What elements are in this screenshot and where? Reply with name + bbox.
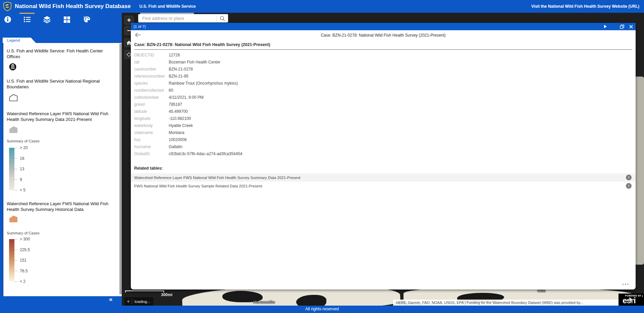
ramp-stop-label: > 20 [14,145,28,150]
legend-item-title: Watershed Reference Layer FWS National W… [7,201,114,212]
apps-grid-icon [63,16,70,23]
next-feature-button[interactable] [604,25,607,29]
title-divider [134,49,632,50]
popup-header[interactable]: (1 of 7) [131,23,636,30]
field-value: Bozeman Fish Health Center [169,59,220,66]
related-tables-list: Watershed Reference Layer FWS National W… [131,173,636,190]
basemap-land-patch [634,77,644,265]
ramp-stop-label: 76.5 [14,269,28,273]
toolbar-button-apps[interactable] [62,15,71,24]
ramp-labels: > 300225.515176.5< 2 [14,239,55,281]
office-point-symbol [9,63,16,71]
toolbar-button-layers[interactable] [43,15,51,24]
ramp-stop-label: 9 [14,177,22,182]
field-row: numbercollected60 [134,87,632,94]
color-ramp-cases-historical: > 300225.515176.5< 2 [9,239,114,281]
boundary-outline-symbol [9,94,18,101]
popup-more-options-button[interactable]: ••• [622,282,630,287]
close-icon [629,25,633,29]
field-label: statename [134,129,169,136]
related-table-row[interactable]: FWS National Wild Fish Health Survey Sam… [131,182,636,190]
ramp-labels: > 2016139< 5 [14,148,55,190]
loading-indicator: loading... [125,298,153,305]
field-value: c92bdc3c-57fb-4dac-a274-ad3fca354454 [169,150,243,158]
field-value: Montana [169,129,184,136]
field-row: labBozeman Fish Health Center [134,59,632,66]
related-table-row[interactable]: Watershed Reference Layer FWS National W… [131,173,636,182]
toolbar-button-info[interactable] [3,15,12,24]
legend-item-title: U.S. Fish and Wildlife Service: Fish Hea… [7,48,114,59]
field-label: hucname [134,143,169,150]
scale-bar [125,290,164,293]
search-box [138,14,228,23]
scrollbar-thumb[interactable] [119,44,122,294]
ramp-tick [14,281,17,282]
field-label: gnisid [134,101,169,108]
map-label-hermosillo: Hermosillo [253,300,275,305]
field-value: 45.499700 [169,108,188,115]
feature-popup: (1 of 7) Case: BZN-21- [131,23,636,289]
ramp-stop-label: < 5 [14,188,25,192]
field-label: referencenumber [134,73,169,80]
rights-footer: All rights reserved [0,306,644,313]
field-row: statenameMontana [134,129,632,136]
scale-label: 300mi [161,293,172,297]
field-row: GlobalIDc92bdc3c-57fb-4dac-a274-ad3fca35… [134,150,632,158]
color-ramp-cases-current: > 2016139< 5 [9,148,114,190]
legend-panel: U.S. Fish and Wildlife Service: Fish Hea… [3,43,122,296]
restore-icon [620,25,624,29]
page-title: National Wild Fish Health Survey Databas… [15,3,131,10]
rights-text: All rights reserved [305,307,339,311]
ramp-stop-label: 225.5 [14,248,30,252]
loading-text: loading... [132,300,153,304]
legend-item-title: Watershed Reference Layer FWS National W… [7,111,114,122]
field-value: 4/11/2021, 8:00 PM [169,94,204,101]
field-label: waterbody [134,122,169,129]
chevron-right-icon[interactable]: › [626,183,632,189]
popup-centered-title: Case: BZN-21-0278: National Wild Fish He… [131,30,636,40]
ramp-gradient-bar [9,148,14,190]
polygon-gray-symbol [9,126,18,133]
field-label: OBJECTID [134,52,169,59]
popup-nav-row: Case: BZN-21-0278: National Wild Fish He… [131,30,636,40]
website-link[interactable]: Visit the National Wild Fish Health Surv… [531,4,639,9]
collapse-panel-button[interactable]: « [109,297,113,302]
ramp-stop-label: 16 [14,156,24,161]
active-tool-indicator [19,13,35,14]
search-button[interactable] [217,14,228,23]
toolbar-button-basemap[interactable] [82,15,91,24]
ramp-tick [14,148,17,148]
crosshair-icon [125,298,132,305]
ramp-tick [14,260,17,261]
related-table-label: Watershed Reference Layer FWS National W… [134,176,626,180]
field-label: collectiondate [134,94,169,101]
search-input[interactable] [138,16,216,21]
toolbar-button-legend[interactable] [23,15,32,24]
popup-pager: (1 of 7) [133,25,146,29]
legend-list-icon [23,16,31,23]
attribute-table: OBJECTID12726labBozeman Fish Health Cent… [134,52,632,158]
close-popup-button[interactable] [629,25,633,29]
field-row: collectiondate4/11/2021, 8:00 PM [134,94,632,101]
ramp-tick [14,190,17,190]
field-label: casenumber [134,66,169,73]
polygon-orange-symbol [9,215,18,223]
ramp-title: Summary of Cases [7,139,114,143]
field-row: hucnameGallatin [134,143,632,150]
chevron-right-icon[interactable]: › [626,175,632,180]
field-label: lab [134,59,169,66]
app-header: National Wild Fish Health Survey Databas… [0,0,644,13]
legend-scrollbar[interactable] [119,43,122,296]
field-label: latitude [134,108,169,115]
ramp-tick [14,179,17,180]
field-label: GlobalID [134,150,169,158]
field-row: longitude-110.982100 [134,115,632,122]
search-icon [220,16,225,21]
tab-legend[interactable]: Legend [3,38,36,43]
field-value: -110.982100 [169,115,191,122]
related-tables-heading: Related tables: [134,166,632,171]
restore-popup-button[interactable] [620,25,624,29]
field-value: Hyalite Creek [169,122,193,129]
field-value: Gallatin [169,143,182,150]
popup-body: Case: BZN-21-0278: National Wild Fish He… [131,42,636,190]
